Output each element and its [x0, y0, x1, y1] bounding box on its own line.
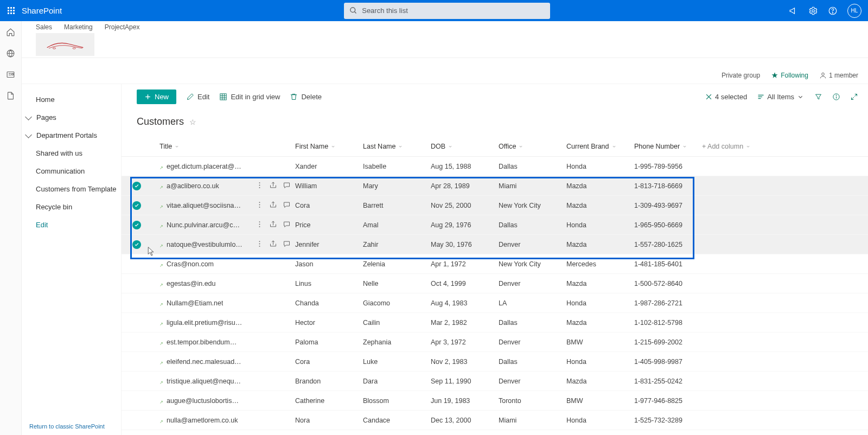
app-launcher-icon[interactable]	[0, 0, 22, 21]
svg-point-2	[812, 9, 815, 12]
settings-icon[interactable]	[808, 6, 818, 16]
help-icon[interactable]	[828, 6, 838, 16]
megaphone-icon[interactable]	[789, 6, 799, 16]
svg-point-4	[832, 12, 833, 13]
search-placeholder: Search this list	[362, 7, 408, 15]
suite-header: SharePoint Search this list HL	[0, 0, 868, 21]
search-box[interactable]: Search this list	[344, 3, 550, 19]
suite-brand[interactable]: SharePoint	[22, 6, 62, 15]
svg-point-0	[350, 8, 355, 12]
search-icon	[349, 7, 358, 15]
user-avatar[interactable]: HL	[847, 4, 861, 18]
svg-line-1	[355, 11, 356, 13]
